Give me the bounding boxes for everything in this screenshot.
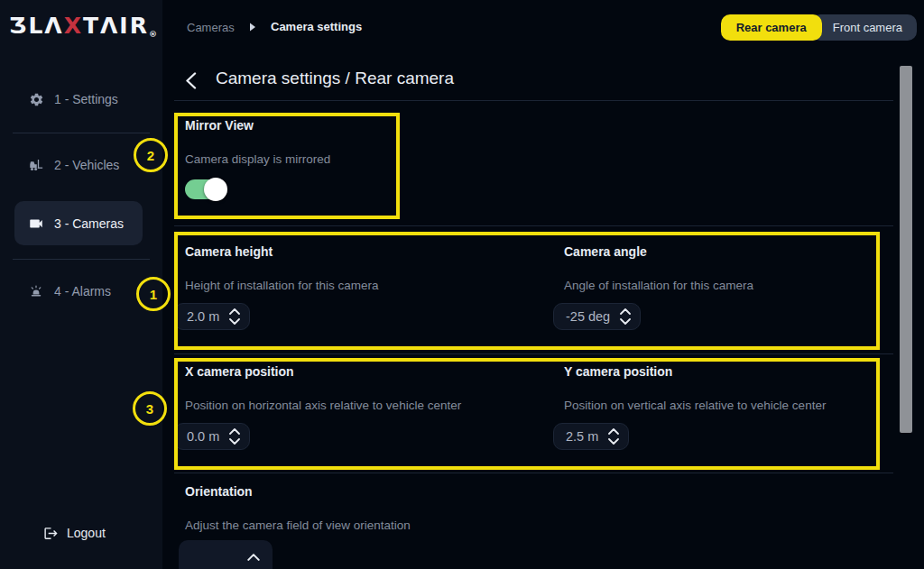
section-divider — [174, 353, 893, 354]
chevron-up-icon — [620, 308, 631, 315]
chevron-up-icon — [229, 308, 240, 315]
camera-height-stepper[interactable]: 2.0 m — [174, 303, 250, 330]
orientation-increment-button[interactable] — [247, 554, 260, 561]
front-camera-button[interactable]: Front camera — [811, 14, 917, 41]
logo-text-x: X — [64, 13, 83, 39]
camera-height-increment-button[interactable] — [229, 308, 240, 315]
sidebar-item-cameras[interactable]: 3 - Cameras — [0, 207, 162, 240]
camera-height-description: Height of installation for this camera — [185, 279, 379, 293]
camera-angle-description: Angle of installation for this camera — [564, 279, 753, 293]
forklift-icon — [27, 157, 45, 173]
mirror-view-description: Camera display is mirrored — [185, 152, 330, 167]
sidebar-item-label: 3 - Cameras — [54, 216, 124, 231]
sidebar-divider — [13, 259, 150, 260]
orientation-description: Adjust the camera field of view orientat… — [185, 519, 411, 533]
toggle-knob — [204, 178, 227, 201]
breadcrumb-parent[interactable]: Cameras — [187, 21, 235, 34]
sidebar-divider — [13, 133, 150, 133]
chevron-down-icon — [229, 318, 240, 325]
chevron-down-icon — [229, 438, 240, 445]
camera-angle-title: Camera angle — [564, 244, 753, 259]
camera-height-title: Camera height — [185, 244, 379, 259]
camera-switch: Rear camera Front camera — [721, 14, 917, 41]
sidebar-item-label: 4 - Alarms — [54, 284, 111, 298]
orientation-field: Orientation Adjust the camera field of v… — [185, 484, 411, 569]
chevron-down-icon — [608, 438, 619, 445]
logout-button[interactable]: Logout — [0, 517, 162, 549]
chevron-up-icon — [229, 428, 240, 435]
camera-angle-stepper[interactable]: -25 deg — [553, 303, 641, 330]
logo-text-post: TΛIR — [83, 13, 149, 39]
camera-height-value: 2.0 m — [187, 309, 219, 324]
chevron-down-icon — [620, 318, 631, 325]
y-position-stepper[interactable]: 2.5 m — [553, 423, 629, 450]
header-divider — [174, 100, 893, 101]
siren-icon — [27, 283, 45, 299]
sidebar-item-alarms[interactable]: 4 - Alarms — [0, 275, 162, 307]
y-position-increment-button[interactable] — [608, 428, 619, 435]
blaxtair-logo: ƷLΛXTΛIR® — [7, 13, 159, 39]
logo-text-pre: ƷLΛ — [9, 13, 64, 39]
x-position-title: X camera position — [185, 364, 461, 379]
sidebar-item-settings[interactable]: 1 - Settings — [0, 83, 162, 115]
sidebar: ƷLΛXTΛIR® 1 - Settings 2 - Vehicles 3 - … — [0, 0, 162, 569]
x-position-stepper[interactable]: 0.0 m — [174, 423, 250, 450]
camera-height-decrement-button[interactable] — [229, 318, 240, 325]
chevron-up-icon — [608, 428, 619, 435]
camera-angle-decrement-button[interactable] — [620, 318, 631, 325]
camera-angle-increment-button[interactable] — [620, 308, 631, 315]
sidebar-item-label: 1 - Settings — [54, 92, 118, 106]
back-button[interactable] — [185, 71, 201, 89]
mirror-view-toggle[interactable] — [185, 179, 225, 199]
logout-label: Logout — [67, 526, 106, 540]
breadcrumb-arrow-icon — [249, 23, 256, 32]
x-position-description: Position on horizontal axis relative to … — [185, 399, 461, 413]
camera-angle-field: Camera angle Angle of installation for t… — [564, 244, 753, 330]
scrollbar-thumb[interactable] — [900, 66, 912, 433]
orientation-stepper[interactable] — [179, 540, 273, 569]
logout-icon — [42, 526, 60, 541]
y-position-title: Y camera position — [564, 364, 826, 379]
chevron-up-icon — [247, 554, 260, 561]
y-position-value: 2.5 m — [566, 429, 598, 444]
x-position-decrement-button[interactable] — [229, 438, 240, 445]
page-title: Camera settings / Rear camera — [216, 69, 454, 88]
camera-height-field: Camera height Height of installation for… — [185, 244, 379, 330]
y-position-description: Position on vertical axis relative to ve… — [564, 399, 826, 413]
app-window: ƷLΛXTΛIR® 1 - Settings 2 - Vehicles 3 - … — [0, 0, 924, 569]
y-position-decrement-button[interactable] — [608, 438, 619, 445]
breadcrumb-current: Camera settings — [271, 20, 362, 33]
x-position-field: X camera position Position on horizontal… — [185, 364, 461, 450]
video-camera-icon — [27, 216, 45, 232]
rear-camera-button[interactable]: Rear camera — [721, 14, 822, 41]
section-divider — [174, 225, 893, 226]
mirror-view-title: Mirror View — [185, 118, 330, 133]
chevron-left-icon — [185, 72, 197, 89]
section-divider — [174, 473, 893, 473]
registered-mark: ® — [149, 30, 157, 39]
sidebar-item-label: 2 - Vehicles — [54, 158, 119, 172]
sidebar-item-vehicles[interactable]: 2 - Vehicles — [0, 149, 162, 181]
gear-icon — [27, 92, 45, 107]
y-position-field: Y camera position Position on vertical a… — [564, 364, 826, 450]
orientation-title: Orientation — [185, 484, 411, 499]
camera-angle-value: -25 deg — [566, 309, 610, 324]
mirror-view-field: Mirror View Camera display is mirrored — [185, 118, 330, 199]
x-position-value: 0.0 m — [187, 429, 219, 444]
x-position-increment-button[interactable] — [229, 428, 240, 435]
